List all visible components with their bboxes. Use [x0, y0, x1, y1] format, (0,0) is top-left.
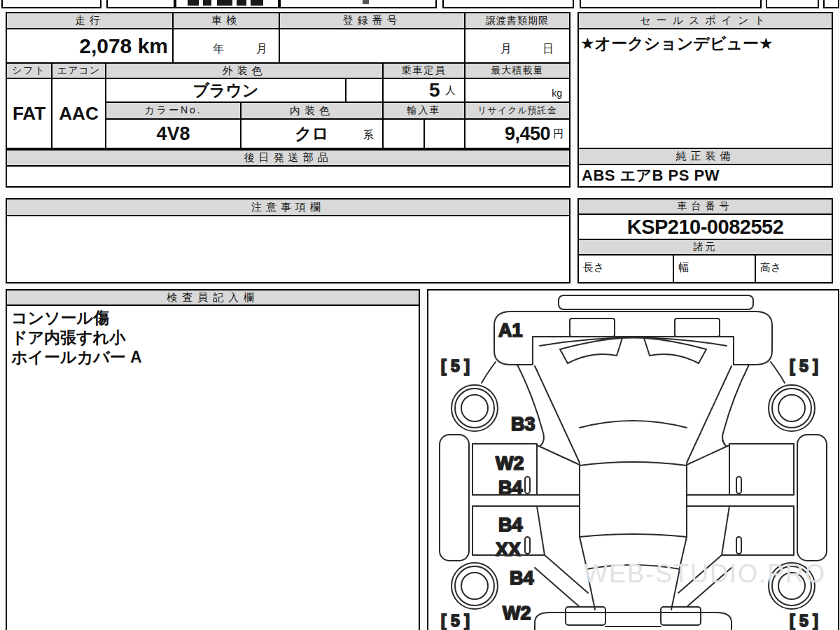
top-cell [279, 0, 437, 8]
chassis-section: 車台番号 KSP210-0082552 諸元 長さ 幅 高さ [578, 198, 833, 284]
mark-rear-fender: B4 [510, 568, 534, 589]
quarter-slant-left-1 [545, 555, 588, 593]
shaken-year-label: 年 [213, 42, 224, 57]
cowl-line [540, 338, 727, 346]
chassis-value: KSP210-0082552 [579, 215, 832, 240]
tire-mark-rear-left: [ 5 ] [441, 612, 470, 630]
shaken-month-label: 月 [256, 42, 267, 57]
import-car-cell-1 [384, 120, 425, 148]
chassis-header: 車台番号 [579, 200, 832, 215]
rear-bumper-outline [535, 612, 732, 630]
max-load-unit: kg [552, 88, 562, 99]
max-load-value: kg [465, 79, 569, 103]
interior-color-value: クロ 系 [241, 120, 384, 148]
interior-color-name: クロ [295, 122, 329, 145]
wheel-arch-front-left [482, 362, 496, 383]
tire-mark-rear-right: [ 5 ] [790, 612, 818, 630]
roof-front-curve [580, 462, 687, 465]
registration-header: 登録番号 [280, 13, 465, 29]
transfer-month-label: 月 [500, 42, 512, 57]
front-edge-strip [559, 295, 753, 309]
later-parts-section: 後日発送部品 [6, 149, 570, 188]
door-handle-front-right [736, 477, 741, 493]
registration-value [280, 29, 465, 64]
mark-front-door-lower: B4 [498, 477, 523, 498]
import-car-header: 輸入車 [384, 103, 465, 120]
roof-rear-curve [580, 534, 687, 537]
hood-slant-left [535, 366, 580, 463]
transfer-day-label: 日 [542, 42, 554, 57]
notes-section: 注意事項欄 [6, 198, 570, 284]
shaken-value: 年 月 [174, 29, 280, 64]
sill-right [797, 435, 827, 561]
max-load-header: 最大積載量 [465, 64, 569, 79]
capacity-value: 5 人 [384, 79, 465, 103]
import-car-cell-2 [425, 120, 465, 148]
top-cell [766, 0, 819, 8]
inspector-note-line: ホイールカバー A [11, 347, 419, 367]
notes-header: 注意事項欄 [7, 200, 569, 216]
door-handle-rear-left [525, 537, 530, 554]
exterior-color-header: 外装色 [106, 64, 384, 79]
interior-color-header: 内装色 [241, 103, 384, 120]
cutoff-text-fragment [217, 0, 232, 6]
mileage-value: 2,078 km [7, 29, 174, 64]
watermark: WEB-STUDIO.PRO [584, 559, 826, 589]
aircon-value: AAC [52, 79, 106, 148]
top-cell [106, 0, 175, 8]
auction-sheet: 走行 車検 登録番号 譲渡書類期限 2,078 km 年 月 月 日 シフト エ… [0, 0, 840, 630]
shift-header: シフト [7, 64, 52, 79]
taillight-right [661, 607, 701, 625]
mark-rear-door-lower: XX [496, 539, 521, 560]
shift-value: FAT [7, 79, 52, 148]
exterior-color-extra-cell [346, 79, 384, 103]
cutoff-text-fragment [188, 0, 199, 6]
later-parts-value [7, 167, 569, 186]
aircon-header: エアコン [52, 64, 106, 79]
inspector-section: 検査員記入欄 コンソール傷 ドア内張すれ小 ホイールカバー A [6, 289, 420, 630]
capacity-number: 5 [429, 79, 440, 102]
cutoff-text-fragment [363, 0, 369, 4]
top-cell [823, 0, 839, 8]
inspector-notes: コンソール傷 ドア内張すれ小 ホイールカバー A [7, 306, 419, 628]
headlight-left [570, 318, 615, 337]
rear-door-right [722, 506, 794, 555]
tire-mark-front-left: [ 5 ] [441, 357, 470, 375]
genuine-equipment-header: 純正装備 [579, 149, 832, 165]
inspector-note-line: コンソール傷 [11, 308, 419, 328]
front-door-right [729, 444, 794, 495]
inspector-note-line: ドア内張すれ小 [11, 328, 419, 347]
wheel-rear-left [451, 563, 498, 609]
notes-value [7, 216, 569, 282]
capacity-unit: 人 [445, 84, 456, 97]
hood-slant-right [687, 366, 732, 463]
wheel-front-right [769, 385, 815, 431]
headlight-right [675, 318, 720, 337]
sales-point-value: ★オークションデビュー★ [579, 29, 832, 149]
recycle-deposit-header: リサイクル預託金 [465, 103, 569, 120]
cutoff-text-fragment [237, 0, 246, 6]
transfer-deadline-header: 譲渡書類期限 [465, 13, 569, 29]
shaken-header: 車検 [174, 13, 280, 29]
mark-front-bumper: A1 [498, 320, 523, 341]
quarter-slant-left-2 [535, 568, 580, 607]
capacity-header: 乗車定員 [384, 64, 465, 79]
spec-length-cell: 長さ [579, 255, 674, 282]
exterior-color-value: ブラウン [106, 79, 346, 103]
mark-front-door-upper: W2 [496, 453, 524, 474]
color-no-header: カラーNo. [106, 103, 241, 120]
wheel-arch-front-right [771, 362, 785, 383]
wheel-front-left [451, 385, 498, 431]
spec-height-cell: 高さ [756, 255, 832, 282]
transfer-deadline-value: 月 日 [465, 29, 569, 64]
cutoff-text-fragment [251, 0, 263, 6]
sill-left [440, 435, 469, 561]
recycle-deposit-unit: 円 [553, 127, 564, 141]
mark-front-fender: B3 [511, 414, 536, 435]
recycle-deposit-number: 9,450 [505, 123, 550, 145]
windshield-base [580, 421, 687, 428]
sales-point-section: セールスポイント ★オークションデビュー★ 純正装備 ABS エアB PS PW [578, 12, 833, 188]
recycle-deposit-value: 9,450 円 [465, 120, 569, 148]
top-cell [1, 0, 102, 8]
mark-rear-panel: W2 [503, 603, 531, 624]
